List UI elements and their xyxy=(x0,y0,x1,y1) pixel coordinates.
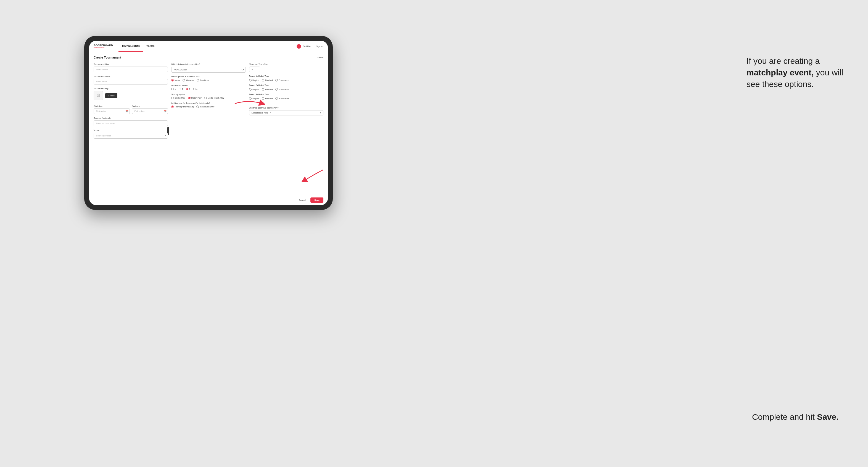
app-logo: SCOREBOARD Powered by clippi xyxy=(94,44,113,48)
max-team-size-input[interactable] xyxy=(249,67,260,72)
round1-foursomes-radio[interactable] xyxy=(275,79,278,82)
sponsor-group: Sponsor (optional) xyxy=(94,117,168,126)
round2-foursomes[interactable]: Foursomes xyxy=(275,88,289,91)
avatar xyxy=(297,44,301,49)
api-value: Leaderboard King xyxy=(252,112,268,114)
scoring-stroke-radio[interactable] xyxy=(171,97,174,99)
division-chevron-icon: ▾ xyxy=(243,68,244,71)
max-team-size-label: Maximum Team Size xyxy=(249,63,323,65)
sign-out-link[interactable]: Sign out xyxy=(316,45,323,47)
back-label: Back xyxy=(318,56,323,59)
gender-mens-radio[interactable] xyxy=(171,79,174,82)
upload-button[interactable]: Upload xyxy=(105,93,117,98)
round2-fourball-radio[interactable] xyxy=(262,88,264,91)
teams-option[interactable]: Teams (+Individuals) xyxy=(171,105,194,108)
round2-singles[interactable]: Singles xyxy=(249,88,259,91)
pink-arrow-2 xyxy=(298,168,326,182)
tab-tournaments[interactable]: TOURNAMENTS xyxy=(119,41,143,52)
round-2-radio[interactable] xyxy=(179,88,181,90)
logo-sub: Powered by clippi xyxy=(94,47,113,48)
gender-label: Which gender is the event for? xyxy=(171,75,246,78)
gender-combined-radio[interactable] xyxy=(197,79,199,82)
image-icon: 🖼 xyxy=(96,93,100,98)
tab-teams[interactable]: TEAMS xyxy=(143,41,158,52)
round-4[interactable]: 4 xyxy=(193,88,197,90)
logo-title: SCOREBOARD xyxy=(94,44,113,47)
tournament-host-label: Tournament Host xyxy=(94,63,168,65)
round-3-radio[interactable] xyxy=(186,88,188,90)
api-close-icon[interactable]: ✕ xyxy=(270,112,272,114)
gender-combined[interactable]: Combined xyxy=(197,79,209,82)
division-input[interactable] xyxy=(171,67,246,73)
pink-arrow-1 xyxy=(232,98,265,109)
start-date-wrap: 📅 xyxy=(94,108,130,114)
round1-singles-radio[interactable] xyxy=(249,79,252,82)
round-1-radio[interactable] xyxy=(171,88,174,90)
individuals-option[interactable]: Individuals Only xyxy=(196,105,214,108)
scoring-match-label: Match Play xyxy=(191,97,202,99)
scoring-match-radio[interactable] xyxy=(188,97,191,99)
nav-bar: SCOREBOARD Powered by clippi TOURNAMENTS… xyxy=(89,41,328,52)
round1-fourball-radio[interactable] xyxy=(262,79,264,82)
annotation-bottom-bold: Save. xyxy=(817,412,838,422)
round2-match-type-group: Round 2 - Match Type Singles Fourball xyxy=(249,84,323,91)
gender-womens-radio[interactable] xyxy=(183,79,185,82)
venue-input[interactable] xyxy=(94,133,168,138)
cancel-button[interactable]: Cancel xyxy=(296,197,308,203)
round1-fourball-label: Fourball xyxy=(265,79,273,82)
individuals-radio[interactable] xyxy=(196,105,199,108)
start-date-input[interactable] xyxy=(94,108,130,114)
nav-right: Test User | Sign out xyxy=(297,44,323,49)
round1-singles[interactable]: Singles xyxy=(249,79,259,82)
tournament-host-input[interactable] xyxy=(94,67,168,72)
round-1-label: 1 xyxy=(175,88,176,90)
back-button[interactable]: ‹ Back xyxy=(317,56,323,59)
teams-radio[interactable] xyxy=(171,105,174,108)
tournament-name-input[interactable] xyxy=(94,79,168,85)
form-columns: Tournament Host Tournament name Tourname… xyxy=(94,63,323,138)
round1-fourball[interactable]: Fourball xyxy=(262,79,273,82)
save-button[interactable]: Save xyxy=(310,197,323,203)
sponsor-input[interactable] xyxy=(94,120,168,126)
arrow-to-save xyxy=(298,168,326,183)
scoring-stroke[interactable]: Stroke Play xyxy=(171,97,185,99)
round-3[interactable]: 3 xyxy=(186,88,190,90)
round1-singles-label: Singles xyxy=(252,79,259,82)
gender-mens[interactable]: Mens xyxy=(171,79,180,82)
round3-foursomes[interactable]: Foursomes xyxy=(275,97,289,100)
scoring-stroke-label: Stroke Play xyxy=(175,97,185,99)
calendar-icon: 📅 xyxy=(125,110,128,113)
scoring-medal-radio[interactable] xyxy=(205,97,207,99)
api-arrow-icon[interactable]: ▾ xyxy=(320,112,321,114)
bottom-annotation: Complete and hit Save. xyxy=(752,411,851,423)
round1-foursomes-label: Foursomes xyxy=(279,79,289,82)
end-date-input[interactable] xyxy=(132,108,168,114)
division-label: Which division is the event for? xyxy=(171,63,246,65)
round1-match-type-label: Round 1 - Match Type xyxy=(249,75,323,77)
round2-fourball[interactable]: Fourball xyxy=(262,88,273,91)
gender-womens[interactable]: Womens xyxy=(183,79,194,82)
api-select[interactable]: Leaderboard King ✕ ▾ xyxy=(249,110,323,116)
round2-singles-radio[interactable] xyxy=(249,88,252,91)
round2-foursomes-label: Foursomes xyxy=(279,88,289,91)
round2-foursomes-radio[interactable] xyxy=(275,88,278,91)
division-group: Which division is the event for? ▾ xyxy=(171,63,246,73)
scoring-match[interactable]: Match Play xyxy=(188,97,202,99)
sponsor-label: Sponsor (optional) xyxy=(94,117,168,119)
start-date-group: Start date 📅 xyxy=(94,103,130,114)
rounds-label: Number of rounds xyxy=(171,84,246,87)
tablet-screen: SCOREBOARD Powered by clippi TOURNAMENTS… xyxy=(89,41,328,205)
gender-group: Which gender is the event for? Mens Wome… xyxy=(171,75,246,82)
round-1[interactable]: 1 xyxy=(171,88,176,90)
scoring-medal[interactable]: Medal Match Play xyxy=(205,97,224,99)
annotation-right-bold: matchplay event, xyxy=(746,68,814,77)
rounds-group: Number of rounds 1 2 xyxy=(171,84,246,90)
round1-foursomes[interactable]: Foursomes xyxy=(275,79,289,82)
max-team-size-group: Maximum Team Size xyxy=(249,63,323,72)
round-4-radio[interactable] xyxy=(193,88,195,90)
round-2[interactable]: 2 xyxy=(179,88,183,90)
page-title: Create Tournament xyxy=(94,56,121,59)
start-date-label: Start date xyxy=(94,105,103,107)
round3-foursomes-radio[interactable] xyxy=(275,97,278,100)
tournament-logo-group: Tournament logo 🖼 Upload xyxy=(94,87,168,100)
